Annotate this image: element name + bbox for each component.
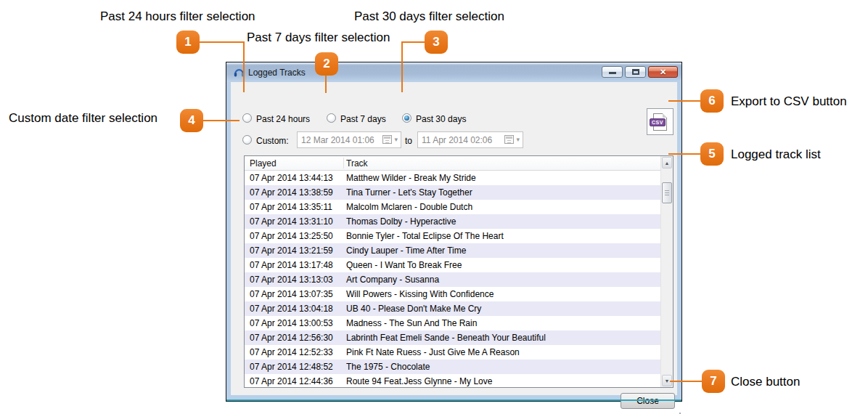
table-row[interactable]: 07 Apr 2014 13:21:59Cindy Lauper - Time … (245, 243, 660, 258)
radio-past-24-hours[interactable] (242, 113, 252, 123)
minimize-button[interactable] (602, 66, 623, 78)
column-header-track[interactable]: Track (346, 158, 368, 169)
callout-line (325, 75, 327, 93)
table-row[interactable]: 07 Apr 2014 13:00:53Madness - The Sun An… (245, 316, 660, 330)
close-button[interactable]: Close (621, 393, 675, 409)
track-cell: Route 94 Feat.Jess Glynne - My Love (346, 376, 492, 386)
played-cell: 07 Apr 2014 13:44:13 (250, 173, 333, 183)
table-row[interactable]: 07 Apr 2014 13:13:03Art Company - Susann… (245, 272, 660, 287)
track-cell: Thomas Dolby - Hyperactive (346, 216, 456, 227)
table-row[interactable]: 07 Apr 2014 12:48:52The 1975 - Chocolate (245, 360, 660, 374)
annotation-label-track-list: Logged track list (731, 147, 821, 162)
custom-from-date-field[interactable]: 12 Mar 2014 01:06 ▾ (297, 131, 401, 148)
callout-line (668, 100, 701, 102)
played-cell: 07 Apr 2014 13:07:35 (250, 289, 333, 299)
radio-custom-label[interactable]: Custom: (256, 136, 289, 146)
maximize-button[interactable] (625, 66, 646, 78)
calendar-icon[interactable] (382, 135, 392, 144)
annotation-badge-3: 3 (425, 31, 448, 54)
callout-line (243, 41, 245, 92)
window-close-button[interactable]: ✕ (648, 66, 678, 78)
custom-from-date-value: 12 Mar 2014 01:06 (301, 135, 374, 145)
track-cell: UB 40 - Please Don't Make Me Cry (346, 304, 481, 314)
played-cell: 07 Apr 2014 12:48:52 (250, 362, 333, 372)
maximize-icon (632, 69, 639, 75)
callout-line (401, 41, 403, 92)
table-row[interactable]: 07 Apr 2014 12:56:30Labrinth Feat Emeli … (245, 330, 660, 345)
close-x-icon: ✕ (660, 68, 666, 76)
played-cell: 07 Apr 2014 13:31:10 (250, 216, 333, 227)
annotation-badge-7: 7 (702, 370, 725, 393)
annotation-label-past-24-hours: Past 24 hours filter selection (100, 9, 255, 24)
played-cell: 07 Apr 2014 12:44:36 (250, 376, 333, 386)
calendar-icon[interactable] (504, 135, 514, 144)
radio-past-30-days-label[interactable]: Past 30 days (416, 114, 466, 124)
annotation-label-custom-date: Custom date filter selection (9, 111, 157, 126)
logged-track-list[interactable]: Played Track 07 Apr 2014 13:44:13Matthew… (244, 155, 673, 388)
window-bottom-accent (226, 399, 681, 401)
chevron-down-icon[interactable]: ▾ (394, 135, 398, 144)
played-cell: 07 Apr 2014 13:21:59 (250, 245, 333, 256)
chevron-down-icon[interactable]: ▾ (516, 135, 520, 144)
custom-to-date-value: 11 Apr 2014 02:06 (422, 135, 492, 145)
played-cell: 07 Apr 2014 13:35:11 (250, 202, 332, 212)
played-cell: 07 Apr 2014 13:04:18 (250, 304, 333, 314)
radio-past-30-days[interactable] (402, 113, 412, 123)
radio-custom[interactable] (242, 135, 252, 145)
csv-file-icon-label: CSV (650, 118, 666, 126)
annotation-label-past-30-days: Past 30 days filter selection (354, 9, 504, 24)
table-row[interactable]: 07 Apr 2014 12:44:36Route 94 Feat.Jess G… (245, 374, 660, 387)
annotation-badge-1: 1 (176, 31, 200, 54)
played-cell: 07 Apr 2014 12:56:30 (250, 333, 333, 343)
table-row[interactable]: 07 Apr 2014 13:38:59Tina Turner - Let's … (245, 185, 660, 200)
annotation-label-export-csv: Export to CSV button (731, 94, 847, 109)
custom-to-date-field[interactable]: 11 Apr 2014 02:06 ▾ (417, 131, 523, 148)
screenshot-root: Past 24 hours filter selection Past 7 da… (0, 0, 868, 414)
column-header-played[interactable]: Played (250, 158, 277, 169)
track-cell: Bonnie Tyler - Total Eclipse Of The Hear… (346, 231, 504, 241)
column-separator[interactable] (343, 158, 344, 169)
track-cell: Queen - I Want To Break Free (346, 260, 462, 270)
table-row[interactable]: 07 Apr 2014 12:52:33Pink Ft Nate Ruess -… (245, 345, 660, 360)
scroll-up-button[interactable]: ▲ (662, 157, 672, 169)
radio-past-24-hours-label[interactable]: Past 24 hours (256, 114, 310, 124)
table-row[interactable]: 07 Apr 2014 13:31:10Thomas Dolby - Hyper… (245, 214, 660, 229)
track-cell: Malcolm Mclaren - Double Dutch (346, 202, 472, 212)
callout-line (199, 41, 245, 43)
track-cell: Labrinth Feat Emeli Sande - Beneath Your… (346, 333, 546, 343)
callout-line (202, 120, 239, 121)
table-row[interactable]: 07 Apr 2014 13:07:35Will Powers - Kissin… (245, 287, 660, 301)
track-cell: Madness - The Sun And The Rain (346, 318, 477, 328)
export-csv-button[interactable]: CSV (647, 108, 673, 135)
table-row[interactable]: 07 Apr 2014 13:35:11Malcolm Mclaren - Do… (245, 200, 660, 214)
annotation-label-past-7-days: Past 7 days filter selection (247, 31, 390, 45)
annotation-badge-4: 4 (180, 109, 203, 132)
played-cell: 07 Apr 2014 13:17:48 (250, 260, 333, 270)
scrollbar-thumb[interactable] (662, 182, 672, 203)
track-cell: Art Company - Susanna (346, 275, 439, 285)
table-row[interactable]: 07 Apr 2014 13:17:48Queen - I Want To Br… (245, 258, 660, 272)
radio-past-7-days-label[interactable]: Past 7 days (340, 114, 386, 124)
table-row[interactable]: 07 Apr 2014 13:04:18UB 40 - Please Don't… (245, 301, 660, 316)
radio-past-7-days[interactable] (327, 113, 336, 123)
played-cell: 07 Apr 2014 12:52:33 (250, 347, 333, 357)
table-row[interactable]: 07 Apr 2014 13:44:13Matthew Wilder - Bre… (245, 171, 660, 185)
played-cell: 07 Apr 2014 13:00:53 (250, 318, 333, 328)
resize-grip[interactable] (674, 410, 681, 414)
annotation-label-close: Close button (731, 375, 800, 389)
track-cell: Pink Ft Nate Ruess - Just Give Me A Reas… (346, 347, 520, 357)
played-cell: 07 Apr 2014 13:25:50 (250, 231, 333, 241)
logged-tracks-dialog: Logged Tracks ✕ Past 24 hours Past 7 day… (226, 62, 682, 402)
titlebar[interactable]: Logged Tracks ✕ (226, 62, 681, 82)
list-header: Played Track (245, 156, 660, 171)
callout-line (401, 41, 426, 43)
track-cell: Tina Turner - Let's Stay Together (346, 187, 472, 198)
callout-line (668, 153, 701, 155)
track-cell: The 1975 - Chocolate (346, 362, 430, 372)
table-row[interactable]: 07 Apr 2014 13:25:50Bonnie Tyler - Total… (245, 229, 660, 243)
annotation-badge-6: 6 (700, 89, 724, 113)
played-cell: 07 Apr 2014 13:13:03 (250, 275, 333, 285)
dialog-client-area: Past 24 hours Past 7 days Past 30 days C… (231, 82, 677, 395)
minimize-icon (609, 72, 616, 74)
vertical-scrollbar[interactable]: ▲ ▼ (660, 156, 673, 387)
